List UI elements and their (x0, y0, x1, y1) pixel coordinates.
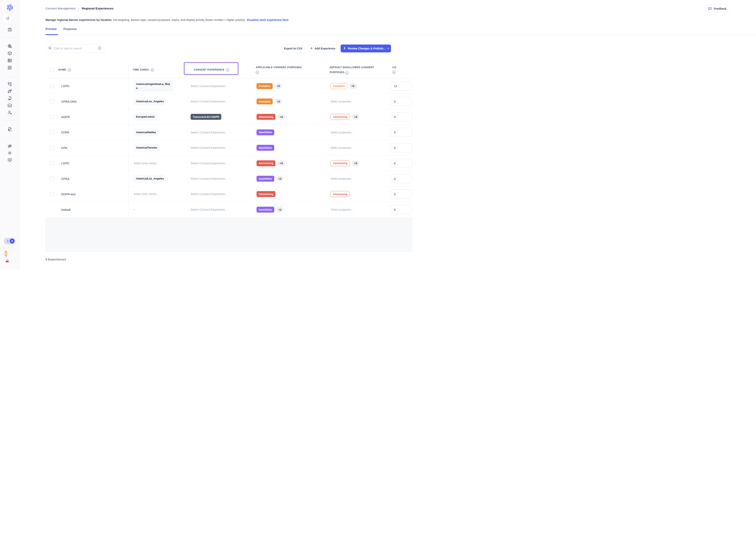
consent-experience-select[interactable]: Transcend-EU-GDPR (184, 114, 254, 120)
disallowed-purposes-select[interactable]: Advertising+3 (328, 114, 378, 120)
consent-experience-select[interactable]: Select Consent Experience... (184, 131, 254, 134)
search-box[interactable] (45, 44, 104, 53)
time-zones-select[interactable]: Select time zones... (128, 162, 184, 165)
thumbs-up-check-icon[interactable] (0, 89, 20, 94)
applicable-purposes-select[interactable]: SaleOfInfo (254, 130, 328, 135)
applicable-purposes-select[interactable]: SaleOfInfo (254, 145, 328, 151)
applicable-purposes-select[interactable]: Advertising+3 (254, 160, 328, 166)
info-icon[interactable]: i (256, 71, 259, 74)
purpose-badge: Advertising (257, 191, 275, 197)
applicable-purposes-select[interactable]: SaleOfInfo+3 (254, 176, 328, 182)
purposes-placeholder: Select purposes... (331, 208, 354, 211)
row-checkbox[interactable] (50, 161, 54, 165)
sidebar-divider (3, 37, 16, 37)
row-checkbox[interactable] (50, 192, 54, 196)
time-zones-select[interactable]: America/Toronto (128, 144, 184, 151)
disallowed-purposes-select[interactable]: Select purposes... (328, 208, 378, 211)
flow-shapes-icon[interactable] (0, 82, 20, 87)
select-all-checkbox[interactable] (50, 68, 54, 72)
circle-plus-icon[interactable] (98, 46, 102, 51)
purpose-badge: Analytics (257, 98, 273, 104)
column-header-consent-experience[interactable]: CONSENT EXPERIENCEi (184, 67, 254, 72)
person-heart-icon[interactable] (0, 110, 20, 115)
row-select-cell (45, 131, 59, 134)
disallowed-purposes-select[interactable]: Analytics+2 (328, 83, 378, 89)
consent-experience-placeholder: Select Consent Experience... (191, 146, 227, 149)
applicable-purposes-select[interactable]: Analytics+2 (254, 83, 328, 89)
column-header-time-zones[interactable]: TIME ZONESi (128, 67, 184, 72)
time-zones-select[interactable]: America/Argentina/La_Rioja (128, 81, 184, 92)
export-csv-button[interactable]: Export to CSV (282, 44, 305, 52)
review-publish-button[interactable]: Review Changes & Publish... (341, 44, 378, 52)
consent-experience-select[interactable]: Select Consent Experience... (184, 162, 254, 165)
applicable-purposes-select[interactable]: Advertising+4 (254, 114, 328, 120)
consent-experience-placeholder: Select Consent Experience... (191, 177, 227, 180)
purpose-badge: SaleOfInfo (257, 176, 274, 182)
table-row: LGPDAmerica/Argentina/La_RiojaSelect Con… (45, 79, 378, 94)
time-zones-select[interactable]: America/Los_Angeles (128, 98, 184, 105)
add-experience-button[interactable]: Add Experience (307, 44, 338, 52)
tab-preview[interactable]: Preview (45, 27, 57, 34)
table-row: CPRAAmerica/Los_AngelesSelect Consent Ex… (45, 171, 378, 187)
column-header-disallowed-purposes[interactable]: DEFAULT DISALLOWED CONSENT PURPOSES i (328, 65, 377, 75)
time-zones-select[interactable]: - (128, 208, 184, 211)
search-input[interactable] (54, 47, 96, 50)
monitor-code-icon[interactable] (0, 158, 20, 163)
table-row: GDPR-testSelect time zones...Select Cons… (45, 187, 378, 202)
applicable-purposes-select[interactable]: Analytics+2 (254, 98, 328, 104)
experience-name: CPRA-DNS (59, 100, 128, 103)
time-zones-select[interactable]: America/Halifax (128, 129, 184, 136)
data-nodes-icon[interactable] (0, 58, 20, 63)
time-zones-select[interactable]: America/Los_Angeles (128, 175, 184, 183)
cube-icon[interactable] (0, 51, 20, 56)
disallowed-purposes-select[interactable]: Select purposes... (328, 177, 378, 180)
info-icon[interactable]: i (68, 68, 71, 72)
info-icon[interactable]: i (151, 68, 154, 72)
row-checkbox[interactable] (50, 99, 54, 103)
car-avatar[interactable] (4, 257, 11, 265)
consent-experience-select[interactable]: Select Consent Experience... (184, 146, 254, 149)
row-select-cell (45, 99, 59, 103)
visualize-experience-link[interactable]: Visualize each experience here (247, 18, 288, 22)
hand-offering-icon[interactable] (0, 96, 20, 101)
info-icon[interactable]: i (345, 71, 349, 75)
row-checkbox[interactable] (50, 84, 54, 88)
disallowed-purposes-select[interactable]: Advertising+3 (328, 160, 378, 166)
row-checkbox[interactable] (50, 146, 54, 150)
applicable-purposes-select[interactable]: SaleOfInfo+1 (254, 207, 328, 213)
eye-slash-icon[interactable] (0, 144, 20, 148)
tab-purposes[interactable]: Purposes (64, 27, 77, 34)
document-check-icon[interactable] (0, 127, 20, 132)
info-icon[interactable]: i (226, 68, 229, 72)
power-toggle[interactable]: O (4, 238, 15, 244)
disallowed-purposes-select[interactable]: Select purposes... (328, 100, 378, 103)
disallowed-purposes-select[interactable]: Select purposes... (328, 131, 378, 134)
applicable-purposes-select[interactable]: Advertising (254, 191, 328, 197)
more-count-pill: +3 (278, 161, 285, 166)
purposes-placeholder: Select purposes... (331, 131, 354, 134)
apps-grid-icon[interactable] (0, 65, 20, 70)
consent-experience-select[interactable]: Select Consent Experience... (184, 84, 254, 88)
consent-experience-select[interactable]: Select Consent Experience... (184, 100, 254, 103)
row-checkbox[interactable] (50, 177, 54, 181)
globe-cube-icon[interactable] (0, 44, 20, 49)
disallowed-purposes-select[interactable]: Select purposes... (328, 146, 378, 149)
time-zones-select[interactable]: Europe/Lisbon (128, 113, 184, 121)
consent-experience-select[interactable]: Select Consent Experience... (184, 208, 254, 211)
clipboard-icon[interactable] (0, 27, 20, 32)
row-checkbox[interactable] (50, 115, 54, 119)
row-checkbox[interactable] (50, 131, 54, 134)
inbox-tray-icon[interactable] (0, 103, 20, 108)
gear-icon[interactable] (0, 150, 20, 155)
transcend-logo[interactable] (0, 4, 20, 11)
purpose-badge-outline: Advertising (331, 160, 350, 166)
quick-actions-button[interactable] (3, 14, 12, 23)
column-header-applicable-purposes[interactable]: APPLICABLE CONSENT PURPOSES i (254, 65, 328, 75)
time-zones-select[interactable]: Select time zones... (128, 192, 184, 196)
main-content: Consent Management › Regional Experience… (20, 0, 378, 269)
consent-experience-select[interactable]: Select Consent Experience... (184, 192, 254, 196)
column-header-name[interactable]: NAMEi (59, 67, 128, 72)
consent-experience-select[interactable]: Select Consent Experience... (184, 177, 254, 181)
breadcrumb-parent[interactable]: Consent Management (45, 7, 75, 10)
disallowed-purposes-select[interactable]: Advertising (328, 191, 378, 197)
